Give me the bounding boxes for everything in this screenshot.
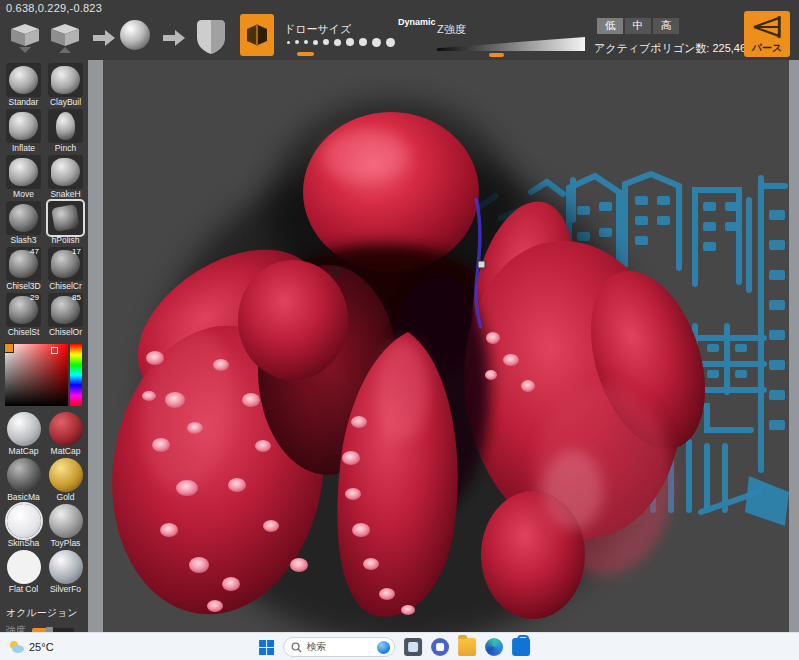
- hue-strip[interactable]: [70, 344, 82, 406]
- material-flatcolor[interactable]: Flat Col: [4, 549, 43, 594]
- sculpt-canvas[interactable]: [103, 60, 789, 632]
- search-label: 検索: [307, 640, 372, 654]
- brush-badge: 17: [72, 247, 81, 256]
- brush-label: ChiselCr: [46, 281, 85, 291]
- file-explorer-icon[interactable]: [458, 638, 476, 656]
- z-intensity-indicator[interactable]: [489, 53, 504, 57]
- material-silverfoil[interactable]: SilverFo: [46, 549, 85, 594]
- material-toyplastic[interactable]: ToyPlas: [46, 503, 85, 548]
- brush-chiselcreature[interactable]: 17 ChiselCr: [46, 246, 85, 291]
- brush-thumbnail: [48, 63, 83, 97]
- brush-label: ChiselSt: [4, 327, 43, 337]
- material-thumbnail: [7, 504, 41, 538]
- color-picker[interactable]: [5, 344, 82, 406]
- sculpt-viewport: [103, 60, 789, 632]
- material-thumbnail: [7, 458, 41, 492]
- draw-size-slider[interactable]: [297, 52, 314, 56]
- brush-chisel3d[interactable]: 47 Chisel3D: [4, 246, 43, 291]
- material-palette: MatCap MatCap BasicMa Gold SkinSha: [4, 411, 85, 594]
- brush-label: hPolish: [46, 235, 85, 245]
- brush-inflate[interactable]: Inflate: [4, 108, 43, 153]
- brush-pinch[interactable]: Pinch: [46, 108, 85, 153]
- occlusion-label: オクルージョン: [6, 606, 85, 620]
- perspective-icon: [747, 14, 787, 40]
- current-color-swatch[interactable]: [4, 343, 14, 353]
- edge-icon[interactable]: [485, 638, 503, 656]
- material-label: Gold: [46, 492, 85, 502]
- brush-thumbnail: [48, 109, 83, 143]
- left-tray-handle[interactable]: [88, 60, 103, 632]
- search-badge-icon: [377, 641, 390, 654]
- brush-move[interactable]: Move: [4, 154, 43, 199]
- material-basic[interactable]: BasicMa: [4, 457, 43, 502]
- brush-badge: 85: [72, 293, 81, 302]
- taskbar-search[interactable]: 検索: [283, 637, 395, 657]
- brush-thumbnail: [6, 109, 41, 143]
- brush-snakehook[interactable]: SnakeH: [46, 154, 85, 199]
- brush-thumbnail: [6, 155, 41, 189]
- brush-slash3[interactable]: Slash3: [4, 200, 43, 245]
- weather-widget[interactable]: 25°C: [0, 639, 54, 655]
- mirror-button[interactable]: [240, 14, 274, 56]
- material-thumbnail: [7, 412, 41, 446]
- brush-label: SnakeH: [46, 189, 85, 199]
- brush-hpolish[interactable]: hPolish: [46, 200, 85, 245]
- brush-standard[interactable]: Standar: [4, 62, 43, 107]
- z-intensity-slider[interactable]: [437, 37, 585, 51]
- save-project-icon: [48, 22, 82, 54]
- right-tray-handle[interactable]: [789, 60, 799, 632]
- material-thumbnail: [7, 550, 41, 584]
- material-thumbnail: [49, 504, 83, 538]
- sphere-tool-icon[interactable]: [120, 20, 150, 50]
- material-gold[interactable]: Gold: [46, 457, 85, 502]
- perspective-label: パース: [752, 41, 782, 55]
- resolution-switch: 低 中 高: [597, 18, 679, 34]
- brush-claybuildup[interactable]: ClayBuil: [46, 62, 85, 107]
- brush-label: Chisel3D: [4, 281, 43, 291]
- brush-chiselorganic[interactable]: 85 ChiselOr: [46, 292, 85, 337]
- material-matcap-red[interactable]: MatCap: [46, 411, 85, 456]
- brush-label: ClayBuil: [46, 97, 85, 107]
- microsoft-store-icon[interactable]: [512, 638, 530, 656]
- brush-label: Standar: [4, 97, 43, 107]
- brush-badge: 47: [30, 247, 39, 256]
- resolution-mid-button[interactable]: 中: [625, 18, 651, 34]
- mirror-icon: [244, 22, 270, 48]
- draw-size-dots[interactable]: [287, 36, 395, 48]
- material-skinshade[interactable]: SkinSha: [4, 503, 43, 548]
- current-mesh-icon[interactable]: [194, 18, 228, 56]
- workspace: Standar ClayBuil Inflate Pinch Move: [0, 60, 799, 632]
- material-matcap-gray[interactable]: MatCap: [4, 411, 43, 456]
- brush-thumbnail: [48, 155, 83, 189]
- z-intensity-label: Z強度: [437, 22, 466, 37]
- material-label: MatCap: [46, 446, 85, 456]
- strength-label: 強度: [6, 624, 26, 632]
- teams-icon[interactable]: [431, 638, 449, 656]
- windows-start-button[interactable]: [259, 640, 274, 655]
- brush-thumbnail: [48, 201, 83, 235]
- brush-label: ChiselOr: [46, 327, 85, 337]
- brush-label: Move: [4, 189, 43, 199]
- perspective-button[interactable]: パース: [744, 11, 790, 57]
- occlusion-strength: 強度: [6, 624, 85, 632]
- material-label: ToyPlas: [46, 538, 85, 548]
- brush-chiselstructure[interactable]: 29 ChiselSt: [4, 292, 43, 337]
- sculpt-app-window: 0.638,0.229,-0.823: [0, 0, 799, 660]
- save-project-button[interactable]: [48, 22, 82, 54]
- left-sidebar: Standar ClayBuil Inflate Pinch Move: [0, 60, 88, 632]
- material-label: SilverFo: [46, 584, 85, 594]
- color-cursor[interactable]: [51, 347, 58, 354]
- search-icon: [291, 642, 302, 653]
- brush-label: Slash3: [4, 235, 43, 245]
- material-label: SkinSha: [4, 538, 43, 548]
- open-project-button[interactable]: [8, 22, 42, 54]
- task-view-icon[interactable]: [404, 638, 422, 656]
- open-project-icon: [8, 22, 42, 54]
- cursor-coordinates: 0.638,0.229,-0.823: [6, 2, 102, 14]
- resolution-high-button[interactable]: 高: [653, 18, 679, 34]
- saturation-value-area[interactable]: [5, 344, 68, 406]
- brush-thumbnail: [6, 201, 41, 235]
- taskbar: 25°C 検索: [0, 632, 799, 660]
- taskbar-center: 検索: [259, 633, 530, 660]
- resolution-low-button[interactable]: 低: [597, 18, 623, 34]
